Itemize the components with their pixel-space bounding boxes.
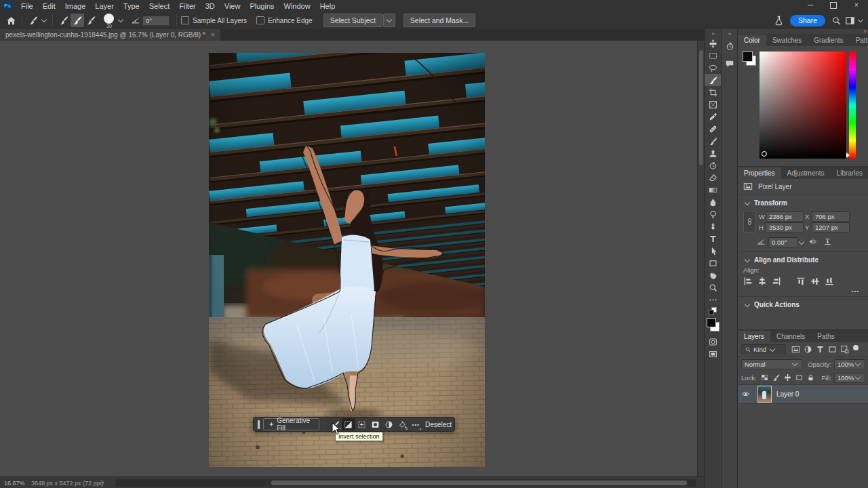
- vertical-scrollbar-thumb[interactable]: [699, 50, 703, 165]
- lock-all-icon[interactable]: [807, 373, 814, 382]
- layer-filter-toggle[interactable]: [853, 345, 859, 350]
- shape-tool[interactable]: [705, 257, 721, 269]
- invert-selection-icon[interactable]: [342, 418, 355, 430]
- restore-button[interactable]: [822, 0, 845, 11]
- select-and-mask-button[interactable]: Select and Mask...: [403, 14, 475, 27]
- hand-tool[interactable]: [705, 269, 721, 281]
- comments-panel-icon[interactable]: [722, 58, 737, 70]
- close-window-button[interactable]: ×: [845, 0, 868, 11]
- search-icon[interactable]: [829, 14, 843, 27]
- horizontal-scrollbar-thumb[interactable]: [271, 481, 687, 485]
- transform-section-header[interactable]: Transform: [738, 195, 868, 209]
- tool-preset-icon[interactable]: [26, 14, 40, 27]
- dodge-tool[interactable]: [705, 208, 721, 220]
- lasso-tool[interactable]: [705, 62, 721, 74]
- hue-slider[interactable]: [849, 52, 856, 159]
- horizontal-scrollbar[interactable]: [115, 479, 696, 487]
- tab-layers[interactable]: Layers: [738, 331, 770, 342]
- canvas-area[interactable]: Generative Fill ••• Deselect Invert sele…: [0, 41, 697, 476]
- lock-artboard-icon[interactable]: [795, 373, 803, 382]
- taskbar-more-icon[interactable]: •••: [409, 418, 422, 430]
- sample-all-layers-checkbox[interactable]: [181, 16, 189, 24]
- filter-pixel-layers-icon[interactable]: [791, 345, 800, 354]
- toolbar-collapse-icon[interactable]: »: [705, 29, 721, 37]
- document-tab[interactable]: pexels-wellington-cunha-1918445.jpg @ 16…: [0, 29, 220, 41]
- eyedropper-tool[interactable]: [705, 110, 721, 123]
- selection-brush-add-icon[interactable]: [71, 14, 84, 27]
- share-button[interactable]: Share: [790, 15, 825, 26]
- layer-thumbnail[interactable]: [757, 386, 772, 403]
- tab-patterns[interactable]: Patterns: [850, 35, 868, 46]
- height-input[interactable]: 3530 px: [766, 222, 804, 232]
- tech-preview-icon[interactable]: [772, 14, 786, 27]
- marquee-tool[interactable]: [705, 49, 721, 62]
- taskbar-drag-handle[interactable]: [258, 420, 260, 429]
- x-input[interactable]: 706 px: [812, 211, 850, 222]
- fill-input[interactable]: 100%: [834, 373, 865, 383]
- flip-vertical-icon[interactable]: [823, 237, 832, 246]
- layer-visibility-toggle[interactable]: [738, 385, 753, 403]
- gradient-tool[interactable]: [705, 184, 721, 196]
- tab-adjustments[interactable]: Adjustments: [781, 167, 831, 179]
- menu-select[interactable]: Select: [144, 1, 175, 12]
- quick-mask-icon[interactable]: [705, 336, 721, 348]
- tab-color[interactable]: Color: [738, 35, 766, 46]
- history-brush-tool[interactable]: [705, 159, 721, 171]
- zoom-level-field[interactable]: 16.67%: [4, 480, 25, 487]
- align-more-icon[interactable]: •••: [738, 287, 868, 295]
- color-field-marker[interactable]: [762, 151, 767, 157]
- workspace-chevron[interactable]: [858, 17, 863, 22]
- foreground-background-swatches[interactable]: [705, 317, 721, 333]
- brush-size-picker[interactable]: 30: [102, 12, 117, 28]
- menu-type[interactable]: Type: [119, 1, 144, 12]
- rotate-angle-chevron[interactable]: [799, 239, 804, 245]
- filter-smart-objects-icon[interactable]: [840, 345, 849, 354]
- create-mask-icon[interactable]: [369, 418, 382, 430]
- y-input[interactable]: 1207 px: [812, 222, 850, 232]
- blur-tool[interactable]: [705, 196, 721, 208]
- tool-preset-chevron[interactable]: [41, 17, 47, 22]
- tab-properties[interactable]: Properties: [738, 167, 781, 179]
- type-tool[interactable]: [705, 232, 721, 245]
- edit-toolbar-icon[interactable]: [705, 293, 721, 306]
- quick-actions-header[interactable]: Quick Actions: [738, 297, 868, 312]
- move-tool[interactable]: [705, 37, 721, 49]
- transform-selection-icon[interactable]: [355, 418, 369, 430]
- fill-selection-icon[interactable]: [395, 418, 409, 430]
- lock-pixels-icon[interactable]: [772, 373, 780, 382]
- panels-expand-icon[interactable]: »: [722, 29, 737, 37]
- brush-size-chevron[interactable]: [118, 17, 123, 22]
- align-left-icon[interactable]: [743, 277, 753, 286]
- default-colors-icon[interactable]: [705, 306, 721, 317]
- selection-brush-new-icon[interactable]: [57, 14, 71, 27]
- link-dimensions-icon[interactable]: [743, 211, 755, 232]
- filter-adjustment-layers-icon[interactable]: [804, 345, 812, 354]
- menu-plugins[interactable]: Plugins: [245, 1, 279, 12]
- photo-canvas[interactable]: [209, 53, 485, 467]
- hue-slider-marker[interactable]: [846, 152, 850, 158]
- history-panel-icon[interactable]: [722, 40, 737, 52]
- workspace-icon[interactable]: [843, 14, 856, 27]
- pen-tool[interactable]: [705, 220, 721, 232]
- menu-window[interactable]: Window: [279, 1, 315, 12]
- color-saturation-field[interactable]: [760, 52, 846, 159]
- align-section-header[interactable]: Align and Distribute: [738, 252, 868, 265]
- layer-name[interactable]: Layer 0: [776, 390, 799, 398]
- menu-layer[interactable]: Layer: [90, 1, 119, 12]
- filter-type-layers-icon[interactable]: [816, 345, 825, 354]
- adjustment-icon[interactable]: [382, 418, 396, 430]
- select-subject-button[interactable]: Select Subject: [323, 14, 382, 27]
- menu-image[interactable]: Image: [60, 1, 91, 12]
- zoom-tool[interactable]: [705, 281, 721, 293]
- document-tab-close-icon[interactable]: ×: [211, 31, 215, 39]
- screen-mode-icon[interactable]: [705, 348, 721, 360]
- menu-filter[interactable]: Filter: [174, 1, 200, 12]
- generative-fill-button[interactable]: Generative Fill: [263, 418, 320, 430]
- selection-brush-tool[interactable]: [705, 74, 721, 86]
- status-arrow-icon[interactable]: ›: [102, 479, 104, 486]
- tab-gradients[interactable]: Gradients: [808, 35, 849, 46]
- path-selection-tool[interactable]: [705, 245, 721, 257]
- align-right-icon[interactable]: [772, 277, 781, 286]
- opacity-input[interactable]: 100%: [834, 359, 865, 369]
- rotate-angle-input[interactable]: 0.00°: [768, 237, 798, 247]
